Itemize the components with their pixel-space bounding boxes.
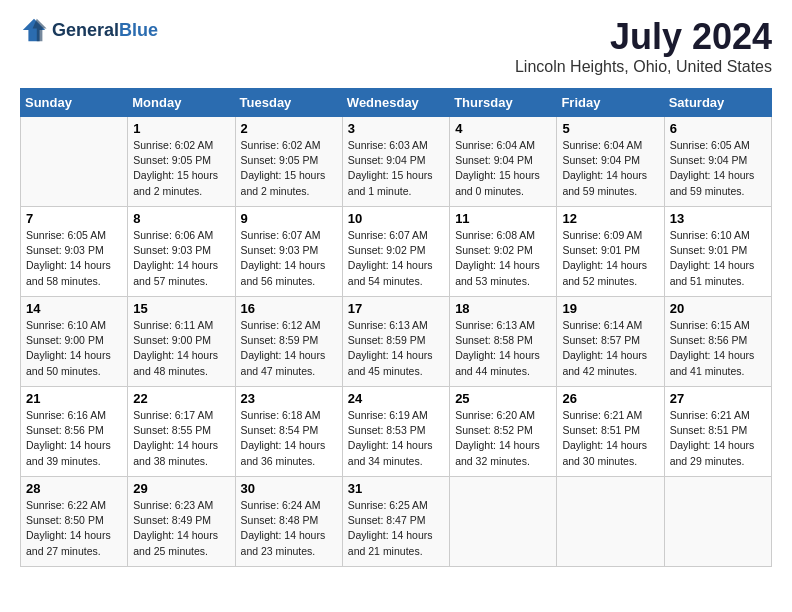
day-info: Sunrise: 6:20 AM Sunset: 8:52 PM Dayligh… (455, 408, 551, 469)
day-info: Sunrise: 6:23 AM Sunset: 8:49 PM Dayligh… (133, 498, 229, 559)
calendar-cell: 14Sunrise: 6:10 AM Sunset: 9:00 PM Dayli… (21, 297, 128, 387)
calendar-cell: 19Sunrise: 6:14 AM Sunset: 8:57 PM Dayli… (557, 297, 664, 387)
logo: GeneralBlue (20, 16, 158, 44)
calendar-cell: 8Sunrise: 6:06 AM Sunset: 9:03 PM Daylig… (128, 207, 235, 297)
calendar-cell: 13Sunrise: 6:10 AM Sunset: 9:01 PM Dayli… (664, 207, 771, 297)
day-info: Sunrise: 6:04 AM Sunset: 9:04 PM Dayligh… (455, 138, 551, 199)
calendar-cell: 22Sunrise: 6:17 AM Sunset: 8:55 PM Dayli… (128, 387, 235, 477)
calendar-cell: 1Sunrise: 6:02 AM Sunset: 9:05 PM Daylig… (128, 117, 235, 207)
calendar-cell: 27Sunrise: 6:21 AM Sunset: 8:51 PM Dayli… (664, 387, 771, 477)
calendar-cell: 3Sunrise: 6:03 AM Sunset: 9:04 PM Daylig… (342, 117, 449, 207)
day-number: 31 (348, 481, 444, 496)
day-info: Sunrise: 6:21 AM Sunset: 8:51 PM Dayligh… (670, 408, 766, 469)
day-info: Sunrise: 6:09 AM Sunset: 9:01 PM Dayligh… (562, 228, 658, 289)
calendar-cell: 12Sunrise: 6:09 AM Sunset: 9:01 PM Dayli… (557, 207, 664, 297)
calendar-week-5: 28Sunrise: 6:22 AM Sunset: 8:50 PM Dayli… (21, 477, 772, 567)
header-monday: Monday (128, 89, 235, 117)
calendar-cell: 6Sunrise: 6:05 AM Sunset: 9:04 PM Daylig… (664, 117, 771, 207)
calendar-week-4: 21Sunrise: 6:16 AM Sunset: 8:56 PM Dayli… (21, 387, 772, 477)
calendar-cell: 21Sunrise: 6:16 AM Sunset: 8:56 PM Dayli… (21, 387, 128, 477)
day-number: 10 (348, 211, 444, 226)
calendar-week-1: 1Sunrise: 6:02 AM Sunset: 9:05 PM Daylig… (21, 117, 772, 207)
calendar-cell: 10Sunrise: 6:07 AM Sunset: 9:02 PM Dayli… (342, 207, 449, 297)
calendar-cell (557, 477, 664, 567)
header-sunday: Sunday (21, 89, 128, 117)
calendar-week-3: 14Sunrise: 6:10 AM Sunset: 9:00 PM Dayli… (21, 297, 772, 387)
logo-general: General (52, 20, 119, 40)
calendar-cell: 4Sunrise: 6:04 AM Sunset: 9:04 PM Daylig… (450, 117, 557, 207)
month-title: July 2024 (515, 16, 772, 58)
day-number: 21 (26, 391, 122, 406)
page-header: GeneralBlue July 2024 Lincoln Heights, O… (20, 16, 772, 76)
day-info: Sunrise: 6:13 AM Sunset: 8:58 PM Dayligh… (455, 318, 551, 379)
calendar-week-2: 7Sunrise: 6:05 AM Sunset: 9:03 PM Daylig… (21, 207, 772, 297)
day-info: Sunrise: 6:03 AM Sunset: 9:04 PM Dayligh… (348, 138, 444, 199)
day-number: 11 (455, 211, 551, 226)
location-title: Lincoln Heights, Ohio, United States (515, 58, 772, 76)
logo-icon (20, 16, 48, 44)
day-info: Sunrise: 6:06 AM Sunset: 9:03 PM Dayligh… (133, 228, 229, 289)
day-number: 23 (241, 391, 337, 406)
day-info: Sunrise: 6:05 AM Sunset: 9:04 PM Dayligh… (670, 138, 766, 199)
day-info: Sunrise: 6:19 AM Sunset: 8:53 PM Dayligh… (348, 408, 444, 469)
day-number: 12 (562, 211, 658, 226)
day-info: Sunrise: 6:10 AM Sunset: 9:00 PM Dayligh… (26, 318, 122, 379)
calendar-cell: 5Sunrise: 6:04 AM Sunset: 9:04 PM Daylig… (557, 117, 664, 207)
day-info: Sunrise: 6:11 AM Sunset: 9:00 PM Dayligh… (133, 318, 229, 379)
day-info: Sunrise: 6:14 AM Sunset: 8:57 PM Dayligh… (562, 318, 658, 379)
day-number: 18 (455, 301, 551, 316)
day-number: 17 (348, 301, 444, 316)
day-info: Sunrise: 6:02 AM Sunset: 9:05 PM Dayligh… (133, 138, 229, 199)
calendar-cell: 2Sunrise: 6:02 AM Sunset: 9:05 PM Daylig… (235, 117, 342, 207)
day-number: 2 (241, 121, 337, 136)
day-number: 6 (670, 121, 766, 136)
day-number: 16 (241, 301, 337, 316)
day-info: Sunrise: 6:12 AM Sunset: 8:59 PM Dayligh… (241, 318, 337, 379)
day-info: Sunrise: 6:24 AM Sunset: 8:48 PM Dayligh… (241, 498, 337, 559)
logo-text: GeneralBlue (52, 20, 158, 41)
calendar-cell (664, 477, 771, 567)
calendar-cell: 17Sunrise: 6:13 AM Sunset: 8:59 PM Dayli… (342, 297, 449, 387)
day-number: 1 (133, 121, 229, 136)
calendar-cell: 25Sunrise: 6:20 AM Sunset: 8:52 PM Dayli… (450, 387, 557, 477)
calendar-cell: 31Sunrise: 6:25 AM Sunset: 8:47 PM Dayli… (342, 477, 449, 567)
day-number: 24 (348, 391, 444, 406)
day-number: 26 (562, 391, 658, 406)
day-info: Sunrise: 6:02 AM Sunset: 9:05 PM Dayligh… (241, 138, 337, 199)
day-number: 28 (26, 481, 122, 496)
day-number: 22 (133, 391, 229, 406)
day-info: Sunrise: 6:10 AM Sunset: 9:01 PM Dayligh… (670, 228, 766, 289)
calendar-cell (21, 117, 128, 207)
day-info: Sunrise: 6:15 AM Sunset: 8:56 PM Dayligh… (670, 318, 766, 379)
day-number: 30 (241, 481, 337, 496)
day-number: 19 (562, 301, 658, 316)
day-number: 9 (241, 211, 337, 226)
calendar-cell: 20Sunrise: 6:15 AM Sunset: 8:56 PM Dayli… (664, 297, 771, 387)
calendar-cell: 29Sunrise: 6:23 AM Sunset: 8:49 PM Dayli… (128, 477, 235, 567)
header-thursday: Thursday (450, 89, 557, 117)
header-friday: Friday (557, 89, 664, 117)
calendar-cell: 23Sunrise: 6:18 AM Sunset: 8:54 PM Dayli… (235, 387, 342, 477)
calendar-header-row: SundayMondayTuesdayWednesdayThursdayFrid… (21, 89, 772, 117)
day-info: Sunrise: 6:07 AM Sunset: 9:02 PM Dayligh… (348, 228, 444, 289)
calendar-table: SundayMondayTuesdayWednesdayThursdayFrid… (20, 88, 772, 567)
title-area: July 2024 Lincoln Heights, Ohio, United … (515, 16, 772, 76)
calendar-cell: 11Sunrise: 6:08 AM Sunset: 9:02 PM Dayli… (450, 207, 557, 297)
header-saturday: Saturday (664, 89, 771, 117)
day-number: 8 (133, 211, 229, 226)
calendar-cell: 24Sunrise: 6:19 AM Sunset: 8:53 PM Dayli… (342, 387, 449, 477)
day-number: 3 (348, 121, 444, 136)
day-number: 27 (670, 391, 766, 406)
calendar-cell: 9Sunrise: 6:07 AM Sunset: 9:03 PM Daylig… (235, 207, 342, 297)
day-info: Sunrise: 6:18 AM Sunset: 8:54 PM Dayligh… (241, 408, 337, 469)
calendar-cell: 26Sunrise: 6:21 AM Sunset: 8:51 PM Dayli… (557, 387, 664, 477)
header-wednesday: Wednesday (342, 89, 449, 117)
day-number: 15 (133, 301, 229, 316)
day-info: Sunrise: 6:25 AM Sunset: 8:47 PM Dayligh… (348, 498, 444, 559)
day-number: 29 (133, 481, 229, 496)
calendar-cell: 7Sunrise: 6:05 AM Sunset: 9:03 PM Daylig… (21, 207, 128, 297)
day-info: Sunrise: 6:17 AM Sunset: 8:55 PM Dayligh… (133, 408, 229, 469)
day-info: Sunrise: 6:22 AM Sunset: 8:50 PM Dayligh… (26, 498, 122, 559)
day-number: 4 (455, 121, 551, 136)
day-number: 20 (670, 301, 766, 316)
